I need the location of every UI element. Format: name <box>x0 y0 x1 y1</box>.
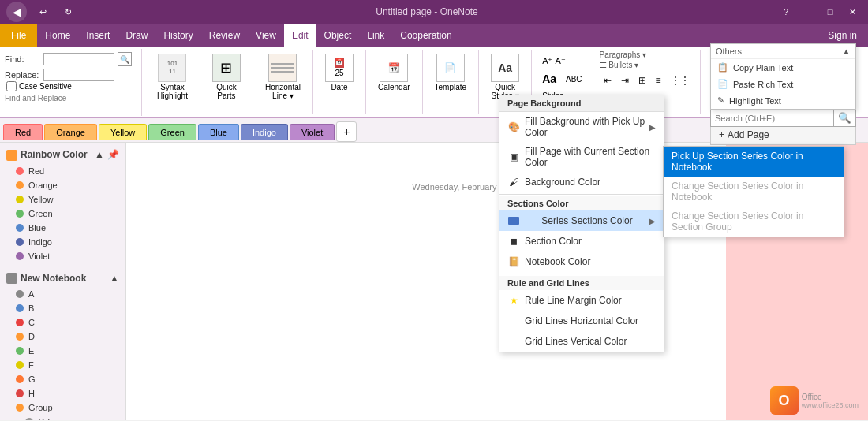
indent-right-button[interactable]: ⇥ <box>617 73 633 88</box>
add-tab-button[interactable]: + <box>336 121 357 142</box>
calendar-label: Calendar <box>378 83 410 91</box>
tab-orange[interactable]: Orange <box>44 124 97 140</box>
abc-button[interactable]: ABC <box>562 70 586 88</box>
horizontal-line-section: HorizontalLine ▾ <box>253 50 313 114</box>
tab-violet[interactable]: Violet <box>290 124 335 140</box>
green-dot <box>16 210 24 218</box>
indent-buttons: ⇤ ⇥ ⊞ ≡ ⋮⋮ <box>600 73 694 88</box>
help-button[interactable]: ? <box>776 4 795 20</box>
quick-parts-section: ⊞ QuickParts <box>200 50 253 114</box>
section-green[interactable]: Green <box>0 207 125 221</box>
back-button[interactable]: ◀ <box>6 2 27 22</box>
indent-left-button[interactable]: ⇤ <box>600 73 615 88</box>
find-replace-link[interactable]: Find and Replace <box>5 94 137 102</box>
notebook-new-header[interactable]: New Notebook ▲ <box>0 270 125 287</box>
menu-item-home[interactable]: Home <box>37 24 78 47</box>
highlight-text-button[interactable]: ✎ Highlight Text <box>711 92 855 109</box>
menu-item-review[interactable]: Review <box>201 24 248 47</box>
notebook-color-item[interactable]: 📔 Notebook Color <box>499 251 664 272</box>
background-color-item[interactable]: 🖌 Background Color <box>499 172 664 192</box>
others-collapse-icon[interactable]: ▲ <box>842 47 851 56</box>
paste-rich-button[interactable]: 📄 Paste Rich Text <box>711 76 855 92</box>
font-aa-button[interactable]: Aa <box>538 70 560 88</box>
syntax-highlight-label: SyntaxHighlight <box>157 83 188 100</box>
fill-page-current-item[interactable]: ▣ Fill Page with Current Section Color <box>499 142 664 172</box>
fill-bg-pickup-icon: 🎨 <box>507 121 520 133</box>
section-indigo[interactable]: Indigo <box>0 235 125 249</box>
case-sensitive-checkbox[interactable] <box>6 81 17 91</box>
sections-color-header: Sections Color <box>499 196 664 210</box>
replace-input[interactable] <box>43 69 114 81</box>
menu-item-view[interactable]: View <box>248 24 284 47</box>
menu-item-link[interactable]: Link <box>359 24 392 47</box>
section-a[interactable]: A <box>0 287 125 301</box>
bullets-label: ☰ Bullets ▾ <box>600 61 646 69</box>
menu-item-insert[interactable]: Insert <box>78 24 118 47</box>
section-h[interactable]: H <box>0 386 125 401</box>
undo-button[interactable]: ↩ <box>33 4 52 20</box>
search-input[interactable] <box>711 111 833 125</box>
tab-green[interactable]: Green <box>148 124 196 140</box>
menu-item-object[interactable]: Object <box>316 24 360 47</box>
section-f[interactable]: F <box>0 358 125 372</box>
rule-margin-color-item[interactable]: ★ Rule Line Margin Color <box>499 290 664 311</box>
section-g[interactable]: G <box>0 372 125 386</box>
search-button[interactable]: 🔍 <box>833 110 855 126</box>
menu-item-cooperation[interactable]: Cooperation <box>392 24 459 47</box>
change-series-notebook-item[interactable]: Change Section Series Color in Notebook <box>664 177 844 207</box>
find-search-button[interactable]: 🔍 <box>118 52 132 66</box>
section-group[interactable]: Group <box>0 401 125 415</box>
menu-item-draw[interactable]: Draw <box>118 24 155 47</box>
section-color-item[interactable]: ◼ Section Color <box>499 231 664 251</box>
notebook-rainbow-header[interactable]: Rainbow Color ▲ 📌 <box>0 146 125 164</box>
tab-indigo[interactable]: Indigo <box>241 124 288 140</box>
section-g-i[interactable]: G-I <box>0 415 125 420</box>
pickup-series-color-item[interactable]: Pick Up Section Series Color in Notebook <box>664 147 844 177</box>
section-orange[interactable]: Orange <box>0 178 125 192</box>
maximize-button[interactable]: □ <box>821 4 840 20</box>
tab-yellow[interactable]: Yellow <box>99 124 147 140</box>
redo-button[interactable]: ↻ <box>58 4 77 20</box>
add-page-button[interactable]: + Add Page <box>711 125 855 144</box>
h-dot <box>16 389 24 397</box>
fill-background-pickup-item[interactable]: 🎨 Fill Background with Pick Up Color ▶ <box>499 112 664 142</box>
menu-item-history[interactable]: History <box>155 24 200 47</box>
section-yellow[interactable]: Yellow <box>0 192 125 207</box>
horizontal-line-button[interactable]: HorizontalLine ▾ <box>260 50 306 103</box>
quick-parts-button[interactable]: ⊞ QuickParts <box>207 50 246 103</box>
section-blue[interactable]: Blue <box>0 221 125 235</box>
section-violet[interactable]: Violet <box>0 249 125 263</box>
font-size-btn[interactable]: A⁺ A⁻ <box>538 54 586 69</box>
sign-in-button[interactable]: Sign in <box>817 30 868 41</box>
tab-red[interactable]: Red <box>3 124 43 140</box>
calendar-button[interactable]: 📆 Calendar <box>372 50 416 95</box>
grid-horizontal-color-item[interactable]: Grid Lines Horizontal Color <box>499 311 664 331</box>
section-b[interactable]: B <box>0 301 125 315</box>
menu-item-file[interactable]: File <box>0 24 37 47</box>
quick-parts-icon: ⊞ <box>212 54 241 82</box>
find-input[interactable] <box>43 53 114 65</box>
change-series-group-item[interactable]: Change Section Series Color in Section G… <box>664 207 844 237</box>
section-d[interactable]: D <box>0 330 125 344</box>
minimize-button[interactable]: — <box>799 4 817 20</box>
align-buttons: Paragraphs ▾ ☰ Bullets ▾ <box>600 50 646 69</box>
series-sections-color-item[interactable]: Series Sections Color ▶ <box>499 210 664 231</box>
new-collapse-icon: ▲ <box>110 273 119 284</box>
close-button[interactable]: ✕ <box>843 4 862 20</box>
syntax-highlight-button[interactable]: 10111 SyntaxHighlight <box>152 50 193 103</box>
copy-plain-button[interactable]: 📋 Copy Plain Text <box>711 59 855 76</box>
template-icon: 📄 <box>436 54 465 82</box>
tab-blue[interactable]: Blue <box>198 124 239 140</box>
g-i-dot <box>25 418 33 420</box>
menu-item-edit[interactable]: Edit <box>284 24 316 47</box>
section-red[interactable]: Red <box>0 164 125 178</box>
grid-button[interactable]: ⋮⋮ <box>667 73 694 88</box>
date-button[interactable]: 📅 25 Date <box>320 50 359 95</box>
section-e[interactable]: E <box>0 344 125 358</box>
section-c[interactable]: C <box>0 315 125 330</box>
grid-vertical-color-item[interactable]: Grid Lines Vertical Color <box>499 331 664 352</box>
format-button[interactable]: ≡ <box>652 73 665 88</box>
others-panel-header: Others ▲ <box>711 44 855 59</box>
table-button[interactable]: ⊞ <box>634 73 650 88</box>
template-button[interactable]: 📄 Template <box>429 50 473 95</box>
